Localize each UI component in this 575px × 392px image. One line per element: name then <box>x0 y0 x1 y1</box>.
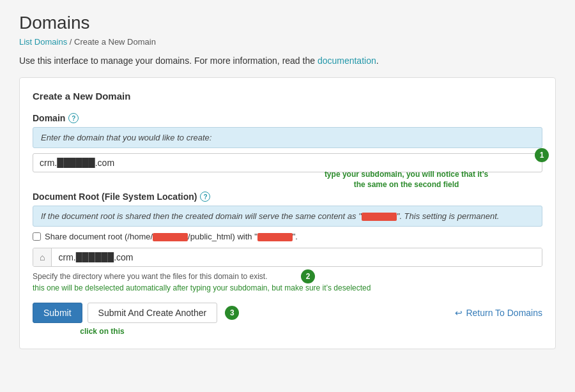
share-docroot-checkbox[interactable] <box>33 232 41 241</box>
button-row: Submit Submit And Create Another 3 ↩ Ret… <box>33 303 542 323</box>
docroot-input-wrapper: ⌂ <box>33 248 542 267</box>
docroot-label: Document Root (File System Location) ? <box>33 192 542 202</box>
submit-another-button[interactable]: Submit And Create Another <box>88 303 218 323</box>
docroot-hint: Specify the directory where you want the… <box>33 272 542 281</box>
annotation-note-1: type your subdomain, you will notice tha… <box>320 170 493 190</box>
domain-info-box: Enter the domain that you would like to … <box>33 127 542 148</box>
main-card: Create a New Domain Domain ? Enter the d… <box>19 77 556 349</box>
domain-help-icon[interactable]: ? <box>68 113 79 123</box>
docroot-help-icon[interactable]: ? <box>200 192 210 202</box>
card-title: Create a New Domain <box>33 91 542 102</box>
return-arrow-icon: ↩ <box>455 308 463 318</box>
domain-label: Domain ? <box>33 113 542 123</box>
breadcrumb-separator: / <box>70 37 72 47</box>
share-docroot-row: Share document root (/home//public_html)… <box>33 232 542 241</box>
home-icon: ⌂ <box>33 248 52 266</box>
return-to-domains-link[interactable]: ↩ Return To Domains <box>455 308 542 318</box>
annotation-bubble-3: 3 <box>225 306 239 320</box>
annotation-bubble-1: 1 <box>535 148 549 162</box>
annotation-bubble-2: 2 <box>301 269 315 283</box>
page-title: Domains <box>19 13 556 33</box>
documentation-link[interactable]: documentation <box>318 56 376 66</box>
breadcrumb-current: Create a New Domain <box>74 37 156 47</box>
annotation-note-3: click on this <box>80 327 124 336</box>
submit-button[interactable]: Submit <box>33 303 82 323</box>
docroot-section: Document Root (File System Location) ? I… <box>33 192 542 292</box>
breadcrumb: List Domains / Create a New Domain <box>19 37 556 47</box>
annotation-note-2: this one will be delselected automatical… <box>33 283 542 292</box>
docroot-input[interactable] <box>52 248 542 266</box>
list-domains-link[interactable]: List Domains <box>19 37 67 47</box>
docroot-info-box: If the document root is shared then the … <box>33 206 542 227</box>
share-docroot-label: Share document root (/home//public_html)… <box>45 232 298 241</box>
submit-group: Submit Submit And Create Another 3 <box>33 303 239 323</box>
domain-section: Domain ? Enter the domain that you would… <box>33 113 542 181</box>
page-description: Use this interface to manage your domain… <box>19 56 556 66</box>
